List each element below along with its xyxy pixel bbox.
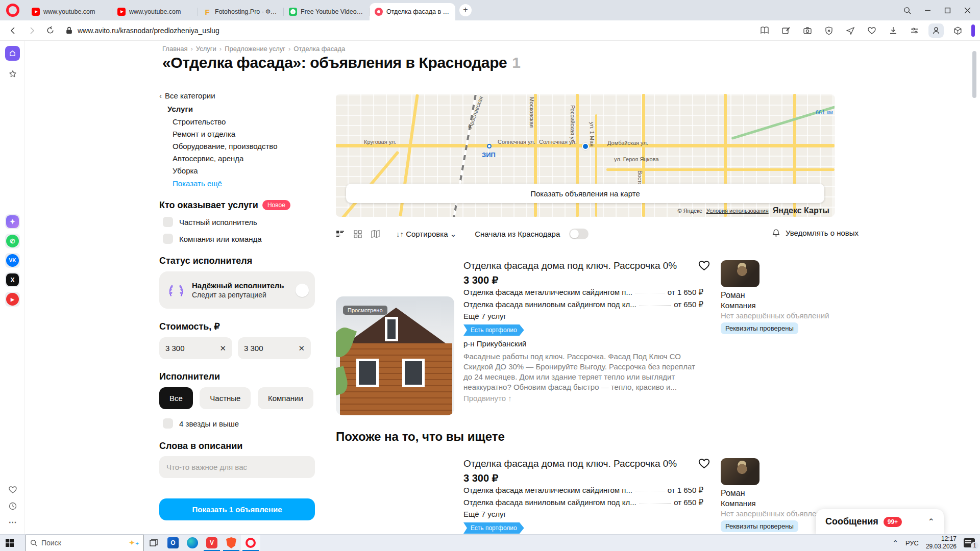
- service-row[interactable]: Отделка фасада виниловым сайдингом под к…: [463, 498, 703, 507]
- notification-center-icon[interactable]: 1: [964, 538, 975, 547]
- start-button[interactable]: [0, 535, 19, 551]
- url-text[interactable]: www.avito.ru/krasnodar/predlozheniya_usl…: [78, 27, 219, 35]
- executors-private-button[interactable]: Частные: [200, 387, 251, 409]
- home-icon[interactable]: [5, 46, 20, 61]
- service-row[interactable]: Отделка фасада металлическим сайдингом п…: [463, 486, 703, 495]
- reliable-executor-toggle[interactable]: [296, 284, 309, 297]
- show-results-button[interactable]: Показать 1 объявление: [159, 498, 315, 520]
- new-tab-button[interactable]: +: [459, 4, 472, 16]
- minimize-button[interactable]: [924, 7, 931, 14]
- breadcrumb-offers[interactable]: Предложение услуг: [225, 45, 285, 53]
- executors-all-button[interactable]: Все: [159, 387, 193, 409]
- taskbar-search[interactable]: Поиск ✦✦: [26, 535, 144, 551]
- price-to-field[interactable]: ✕: [238, 337, 311, 359]
- description-words-field[interactable]: [159, 456, 315, 478]
- reload-button[interactable]: [46, 26, 55, 35]
- page-scrollbar[interactable]: [972, 51, 976, 98]
- subcategory-autoservice[interactable]: Автосервис, аренда: [173, 154, 243, 163]
- history-clock-icon[interactable]: [5, 498, 20, 513]
- vivaldi-icon[interactable]: V: [202, 535, 222, 551]
- executors-companies-button[interactable]: Компании: [258, 387, 313, 409]
- send-to-device-icon[interactable]: [843, 23, 858, 38]
- bookmarks-star-icon[interactable]: [5, 66, 20, 81]
- outlook-icon[interactable]: O: [163, 535, 183, 551]
- category-services[interactable]: Услуги: [167, 105, 193, 113]
- settings-sliders-icon[interactable]: [907, 23, 922, 38]
- show-on-map-button[interactable]: Показать объявления на карте: [346, 184, 824, 203]
- from-city-toggle[interactable]: [569, 229, 589, 239]
- breadcrumb-current[interactable]: Отделка фасада: [293, 45, 345, 53]
- downloads-icon[interactable]: [886, 23, 901, 38]
- tray-expand-chevron[interactable]: ⌃: [892, 539, 898, 547]
- edge-icon[interactable]: [183, 535, 202, 551]
- camera-icon[interactable]: [800, 23, 815, 38]
- language-indicator[interactable]: РУС: [905, 539, 919, 547]
- opera-taskbar-icon[interactable]: [241, 535, 260, 551]
- maximize-button[interactable]: [944, 7, 951, 14]
- checkbox-private-executor[interactable]: Частный исполнитель: [163, 217, 257, 227]
- checkbox-4-stars[interactable]: 4 звезды и выше: [163, 418, 239, 429]
- checkbox[interactable]: [163, 217, 173, 227]
- sidebar-heart-icon[interactable]: [5, 482, 20, 497]
- forward-button[interactable]: [28, 27, 36, 35]
- aria-ai-icon[interactable]: ✦: [5, 214, 20, 229]
- shield-blocker-icon[interactable]: [821, 23, 837, 38]
- service-row[interactable]: Отделка фасада виниловым сайдингом под к…: [463, 300, 703, 309]
- favorite-heart-icon[interactable]: [698, 457, 710, 472]
- brave-icon[interactable]: [222, 535, 241, 551]
- listing-title[interactable]: Отделка фасада дома под ключ. Рассрочка …: [463, 458, 696, 469]
- vk-icon[interactable]: VK: [5, 253, 20, 268]
- description-words-input[interactable]: [166, 463, 308, 471]
- seller-name[interactable]: Роман: [721, 291, 745, 300]
- listing-photo[interactable]: Просмотрено: [336, 296, 454, 415]
- tab-search-icon[interactable]: [903, 7, 911, 14]
- more-services-link[interactable]: Ещё 7 услуг: [463, 510, 506, 518]
- snapshot-edit-icon[interactable]: [778, 23, 794, 38]
- sidebar-more-icon[interactable]: ⋯: [5, 515, 20, 530]
- sort-control[interactable]: ↓↑ Сортировка ⌄: [396, 230, 456, 239]
- view-map-icon[interactable]: [371, 230, 380, 238]
- tab-fotohosting[interactable]: F Fotohosting.Pro - Фотохос: [198, 3, 284, 20]
- back-button[interactable]: [9, 27, 17, 35]
- seller-avatar[interactable]: [721, 260, 760, 287]
- x-twitter-icon[interactable]: X: [5, 272, 20, 287]
- listing-title[interactable]: Отделка фасада дома под ключ. Рассрочка …: [463, 260, 696, 271]
- profile-icon[interactable]: [928, 23, 944, 38]
- breadcrumb-home[interactable]: Главная: [162, 45, 187, 53]
- view-grid-icon[interactable]: [354, 230, 362, 238]
- whatsapp-icon[interactable]: ✆: [5, 234, 20, 248]
- player-icon[interactable]: ▶: [5, 292, 20, 307]
- notify-control[interactable]: Уведомлять о новых: [772, 229, 859, 237]
- opera-logo-icon[interactable]: [6, 4, 19, 17]
- breadcrumb-services[interactable]: Услуги: [196, 45, 216, 53]
- reliable-executor-card[interactable]: Надёжный исполнитель Следит за репутацие…: [159, 271, 315, 309]
- favorite-heart-icon[interactable]: [698, 259, 710, 274]
- subcategory-cleaning[interactable]: Уборка: [173, 166, 198, 175]
- tab-youtube-1[interactable]: www.youtube.com: [27, 3, 112, 20]
- checkbox[interactable]: [163, 418, 173, 429]
- seller-avatar[interactable]: [721, 458, 760, 485]
- seller-name[interactable]: Роман: [721, 489, 745, 498]
- lock-icon[interactable]: [66, 27, 72, 34]
- tab-avito-active[interactable]: Отделка фасада в Красно: [370, 3, 455, 20]
- clear-price-to-icon[interactable]: ✕: [298, 344, 305, 353]
- favorites-heart-icon[interactable]: [864, 23, 879, 38]
- show-more-categories[interactable]: Показать ещё: [173, 179, 222, 188]
- checkbox-company-team[interactable]: Компания или команда: [163, 234, 262, 244]
- yandex-maps-logo[interactable]: Яндекс Карты: [773, 206, 829, 215]
- terms-link[interactable]: Условия использования: [706, 208, 769, 214]
- messages-widget[interactable]: Сообщения 99+ ⌃: [816, 509, 944, 534]
- search-highlights-icon[interactable]: ✦✦: [129, 538, 139, 547]
- chevron-up-icon[interactable]: ⌃: [928, 517, 935, 527]
- subcategory-construction[interactable]: Строительство: [173, 117, 226, 126]
- map-pin[interactable]: [582, 143, 589, 150]
- sidebar-panel-toggle[interactable]: [971, 24, 975, 37]
- all-categories-link[interactable]: ‹Все категории: [159, 91, 215, 100]
- price-to-input[interactable]: [244, 344, 298, 353]
- price-from-field[interactable]: ✕: [159, 337, 232, 359]
- tab-youtube-2[interactable]: www.youtube.com: [112, 3, 198, 20]
- task-view-button[interactable]: [144, 535, 163, 551]
- more-services-link[interactable]: Ещё 7 услуг: [463, 312, 506, 320]
- clear-price-from-icon[interactable]: ✕: [219, 344, 226, 353]
- subcategory-equipment[interactable]: Оборудование, производство: [173, 142, 278, 151]
